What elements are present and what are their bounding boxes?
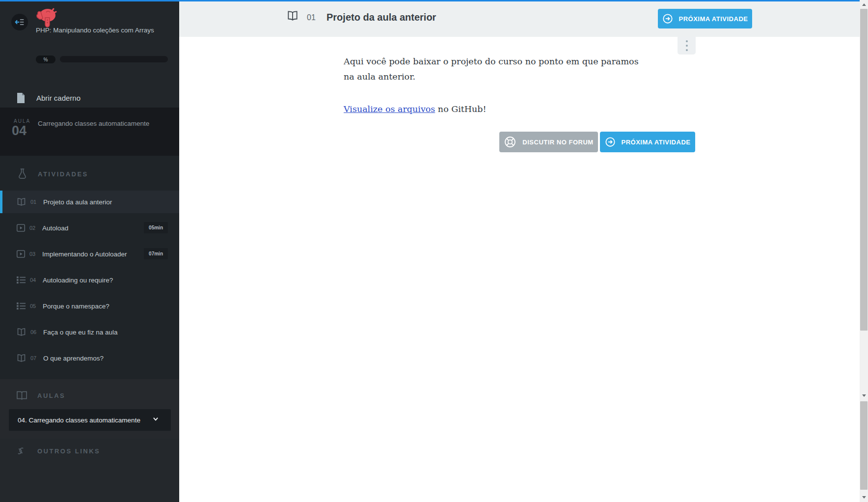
lesson-select-dropdown[interactable]: 04. Carregando classes automaticamente	[9, 409, 171, 431]
scrollbar[interactable]	[860, 0, 868, 502]
next-activity-button-header[interactable]: PRÓXIMA ATIVIDADE	[658, 9, 752, 28]
activity-header: 01 Projeto da aula anterior PRÓXIMA ATIV…	[179, 1, 860, 37]
course-page: PHP: Manipulando coleções com Arrays % A…	[0, 0, 868, 502]
scroll-down-arrow-inner[interactable]	[860, 392, 868, 399]
collapse-sidebar-button[interactable]	[11, 14, 28, 30]
activity-number: 01	[307, 13, 316, 22]
open-notebook-button[interactable]: Abrir caderno	[0, 88, 179, 107]
open-notebook-label: Abrir caderno	[36, 94, 81, 102]
github-files-link[interactable]: Visualize os arquivos	[344, 104, 435, 114]
lifebuoy-forum-icon	[504, 136, 516, 148]
kebab-menu-button[interactable]	[678, 37, 696, 55]
current-lesson-banner: AULA 04 Carregando classes automaticamen…	[0, 108, 179, 156]
top-accent-bar	[0, 0, 860, 1]
quiz-list-icon	[16, 276, 26, 284]
lessons-section: AULAS 04. Carregando classes automaticam…	[0, 379, 179, 439]
progress-percent-badge: %	[36, 56, 55, 63]
circle-arrow-right-icon	[605, 137, 616, 147]
flask-icon	[18, 168, 27, 180]
activity-item-o-que-aprendemos[interactable]: 07 O que aprendemos?	[0, 347, 179, 369]
video-icon	[16, 223, 26, 232]
book-icon	[16, 390, 27, 400]
duration-badge: 05min	[144, 222, 168, 233]
scroll-up-arrow[interactable]	[860, 1, 868, 8]
activities-section: ATIVIDADES 01 Projeto da aula anterior 0…	[0, 156, 179, 379]
lesson-number: 04	[12, 123, 27, 139]
activity-item-autoloading-ou-require[interactable]: 04 Autoloading ou require?	[0, 269, 179, 291]
book-open-icon	[16, 197, 27, 206]
sidebar-course-header: PHP: Manipulando coleções com Arrays % A…	[0, 0, 179, 108]
other-links-header: OUTROS LINKS	[15, 445, 100, 457]
document-icon	[16, 93, 26, 103]
activity-item-porque-o-namespace[interactable]: 05 Porque o namespace?	[0, 295, 179, 317]
next-activity-button-content[interactable]: PRÓXIMA ATIVIDADE	[600, 132, 695, 152]
other-links-section: OUTROS LINKS Fórum Trocar Curso	[0, 439, 179, 502]
collapse-sidebar-icon	[15, 18, 25, 27]
chevron-down-icon	[152, 416, 159, 422]
github-link-line: Visualize os arquivos no GitHub!	[344, 104, 487, 114]
activity-title: Projeto da aula anterior	[326, 12, 436, 23]
activity-item-autoload[interactable]: 02 Autoload 05min	[0, 217, 179, 239]
circle-arrow-right-icon	[662, 13, 673, 24]
sidebar: PHP: Manipulando coleções com Arrays % A…	[0, 0, 179, 502]
activity-item-projeto-da-aula-anterior[interactable]: 01 Projeto da aula anterior	[0, 191, 179, 213]
scrollbar-thumb-outer[interactable]	[860, 9, 868, 331]
scroll-down-arrow[interactable]	[860, 494, 868, 501]
course-progress-bar	[60, 56, 168, 62]
activities-header: ATIVIDADES	[18, 168, 88, 180]
book-open-icon	[16, 354, 27, 363]
discuss-forum-button[interactable]: DISCUTIR NO FORUM	[499, 132, 598, 152]
lesson-title: Carregando classes automaticamente	[38, 119, 151, 128]
chain-links-icon	[15, 445, 27, 457]
activities-list: 01 Projeto da aula anterior 02 Autoload …	[0, 191, 179, 373]
activity-item-faca-o-que-eu-fiz[interactable]: 06 Faça o que eu fiz na aula	[0, 321, 179, 343]
video-icon	[16, 250, 26, 258]
duration-badge: 07min	[144, 248, 168, 259]
main-content: 01 Projeto da aula anterior PRÓXIMA ATIV…	[179, 0, 860, 502]
book-open-icon	[16, 328, 27, 336]
activity-paragraph: Aqui você pode baixar o projeto do curso…	[344, 54, 646, 84]
quiz-list-icon	[16, 302, 26, 310]
course-title: PHP: Manipulando coleções com Arrays	[36, 26, 156, 35]
book-open-icon	[286, 10, 299, 22]
lesson-select-value: 04. Carregando classes automaticamente	[18, 417, 140, 424]
scrollbar-thumb-inner[interactable]	[860, 401, 868, 490]
lessons-header: AULAS	[16, 390, 65, 400]
activity-item-implementando-o-autoloader[interactable]: 03 Implementando o Autoloader 07min	[0, 243, 179, 265]
